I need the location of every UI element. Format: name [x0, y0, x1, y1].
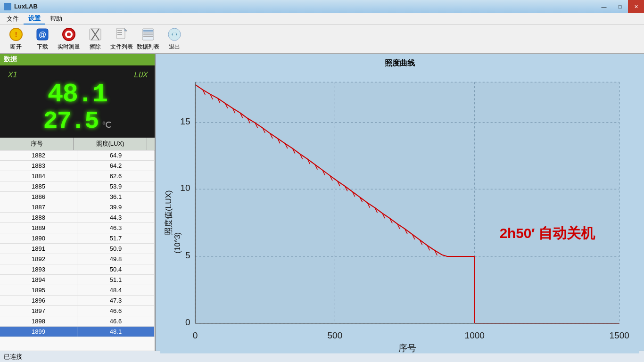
svg-text:500: 500 — [328, 330, 343, 340]
svg-text:序号: 序号 — [398, 343, 416, 353]
cell-id: 1894 — [0, 275, 77, 285]
disconnect-icon: ! — [8, 27, 24, 42]
svg-rect-12 — [117, 32, 122, 33]
minimize-button[interactable]: — — [596, 0, 612, 13]
panel-header: 数据 — [0, 54, 155, 66]
disconnect-button[interactable]: ! 断开 — [4, 26, 28, 51]
download-icon: @ — [35, 27, 50, 42]
svg-rect-17 — [143, 30, 153, 32]
display-value-lux: 48.1 — [48, 81, 107, 107]
cell-lux: 48.1 — [77, 327, 155, 337]
menu-file[interactable]: 文件 — [2, 14, 24, 24]
download-button[interactable]: @ 下载 — [30, 26, 55, 51]
cell-lux: 50.9 — [77, 244, 155, 254]
table-row[interactable]: 189647.3 — [0, 296, 155, 306]
cell-lux: 51.7 — [77, 233, 155, 243]
svg-text:照度值(LUX): 照度值(LUX) — [164, 190, 173, 235]
display-value1-row: 48.1 — [8, 81, 147, 107]
realtime-icon — [61, 27, 76, 42]
table-row[interactable]: 189548.4 — [0, 285, 155, 296]
svg-text:0: 0 — [185, 317, 190, 327]
table-row[interactable]: 189249.8 — [0, 254, 155, 264]
cell-lux: 51.1 — [77, 275, 155, 285]
table-row[interactable]: 189350.4 — [0, 264, 155, 275]
exit-button[interactable]: 退出 — [162, 26, 187, 51]
cell-id: 1893 — [0, 264, 77, 274]
table-row[interactable]: 189051.7 — [0, 233, 155, 244]
cell-id: 1897 — [0, 306, 77, 316]
realtime-label: 实时测量 — [58, 43, 80, 51]
svg-text:!: ! — [15, 31, 17, 38]
menubar: 文件 设置 帮助 — [0, 13, 644, 25]
table-row[interactable]: 189948.1 — [0, 327, 155, 337]
table-body[interactable]: 188264.9188364.2188462.6188553.9188636.1… — [0, 150, 155, 351]
display-value2-row: 27.5 ℃ — [8, 109, 147, 134]
close-button[interactable]: ✕ — [628, 0, 644, 13]
cell-lux: 44.3 — [77, 213, 155, 222]
cell-lux: 46.3 — [77, 223, 155, 233]
left-panel: 数据 X1 LUX 48.1 27.5 ℃ 序号 照度(LUX) — [0, 54, 156, 351]
datalist-icon — [140, 27, 156, 42]
cell-id: 1892 — [0, 254, 77, 264]
datalist-button[interactable]: 数据列表 — [136, 26, 160, 51]
table-row[interactable]: 189846.6 — [0, 316, 155, 327]
filelist-icon — [114, 27, 129, 42]
cell-lux: 62.6 — [77, 171, 155, 181]
erase-icon — [88, 27, 103, 42]
app-icon — [4, 3, 11, 10]
cell-id: 1898 — [0, 316, 77, 326]
table-row[interactable]: 188739.9 — [0, 202, 155, 213]
toolbar: ! 断开 @ 下载 实时测量 — [0, 25, 644, 54]
cell-id: 1883 — [0, 161, 77, 171]
svg-rect-24 — [195, 82, 619, 323]
table-row[interactable]: 189746.6 — [0, 306, 155, 316]
svg-rect-11 — [117, 30, 122, 31]
svg-text:0: 0 — [193, 330, 198, 340]
cell-id: 1896 — [0, 296, 77, 305]
table-row[interactable]: 188264.9 — [0, 150, 155, 161]
col-header-lux: 照度(LUX) — [74, 138, 147, 150]
svg-rect-10 — [116, 28, 125, 39]
svg-text:2h50′  自动关机: 2h50′ 自动关机 — [500, 225, 595, 241]
cell-lux: 46.6 — [77, 306, 155, 316]
cell-id: 1882 — [0, 150, 77, 160]
table-row[interactable]: 188364.2 — [0, 161, 155, 171]
table-row[interactable]: 189451.1 — [0, 275, 155, 285]
digital-display: X1 LUX 48.1 27.5 ℃ — [0, 66, 155, 138]
menu-settings[interactable]: 设置 — [24, 13, 45, 25]
cell-id: 1891 — [0, 244, 77, 254]
svg-rect-18 — [143, 33, 153, 33]
table-row[interactable]: 188844.3 — [0, 213, 155, 223]
table-row[interactable]: 188462.6 — [0, 171, 155, 181]
menu-help[interactable]: 帮助 — [45, 14, 67, 24]
table-row[interactable]: 188636.1 — [0, 192, 155, 202]
right-panel: 照度曲线 0 5 — [156, 54, 644, 351]
download-label: 下载 — [37, 43, 48, 51]
filelist-button[interactable]: 文件列表 — [109, 26, 134, 51]
cell-lux: 48.4 — [77, 285, 155, 295]
svg-text:(10^3): (10^3) — [173, 232, 182, 254]
datalist-label: 数据列表 — [137, 43, 159, 51]
realtime-button[interactable]: 实时测量 — [57, 26, 81, 51]
cell-id: 1887 — [0, 202, 77, 212]
table-row[interactable]: 188553.9 — [0, 181, 155, 192]
table-row[interactable]: 188946.3 — [0, 223, 155, 233]
display-label-x1: X1 — [8, 70, 17, 79]
chart-svg: 0 5 10 15 0 500 1000 1500 序号 照度值(LUX) (1… — [160, 72, 639, 354]
display-value-temp: 27.5 — [43, 109, 99, 134]
cell-lux: 46.6 — [77, 316, 155, 326]
maximize-button[interactable]: □ — [612, 0, 628, 13]
svg-rect-13 — [117, 34, 122, 35]
svg-text:1500: 1500 — [609, 330, 629, 340]
table-row[interactable]: 189150.9 — [0, 244, 155, 254]
svg-text:10: 10 — [180, 183, 190, 193]
chart-title: 照度曲线 — [160, 58, 639, 68]
cell-lux: 50.4 — [77, 264, 155, 274]
cell-id: 1889 — [0, 223, 77, 233]
display-label-lux: LUX — [133, 70, 147, 79]
cell-id: 1884 — [0, 171, 77, 181]
erase-button[interactable]: 擦除 — [83, 26, 107, 51]
window-controls: — □ ✕ — [596, 0, 644, 13]
svg-rect-20 — [143, 36, 153, 37]
svg-text:15: 15 — [180, 116, 190, 126]
